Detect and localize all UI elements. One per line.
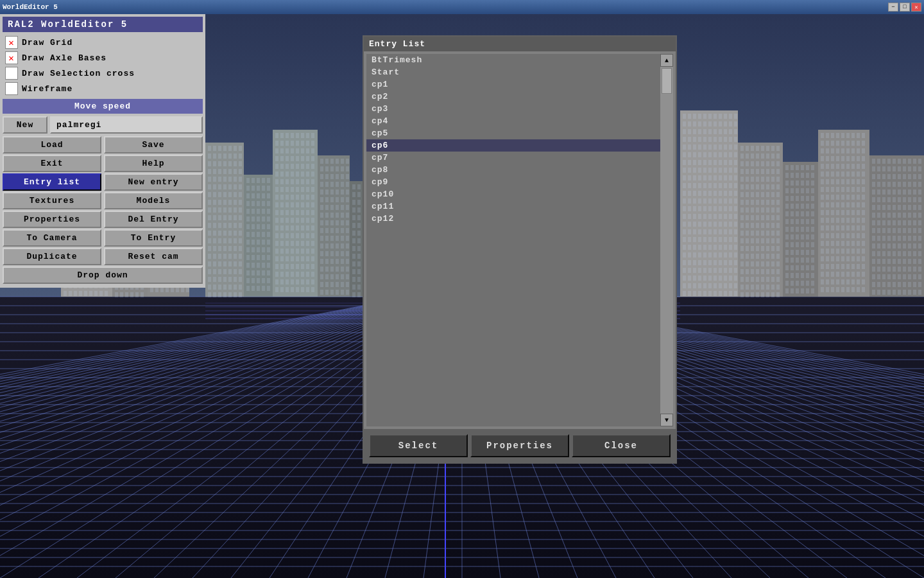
entry-scrollbar: ▲ ▼: [660, 54, 673, 426]
entry-list-button[interactable]: Entry list: [3, 173, 101, 191]
panel-title: RAL2 WorldEditor 5: [3, 17, 203, 32]
close-button[interactable]: Close: [572, 434, 671, 457]
exit-help-row: Exit Help: [3, 155, 203, 172]
new-button[interactable]: New: [3, 116, 47, 134]
load-button[interactable]: Load: [3, 136, 101, 153]
move-speed-bar: Move speed: [3, 99, 203, 114]
draw-axle-bases-checkbox[interactable]: ✕: [5, 51, 18, 64]
entry-item[interactable]: cp11: [366, 200, 660, 213]
wireframe-row: Wireframe: [3, 81, 203, 96]
entry-item[interactable]: cp5: [366, 127, 660, 139]
new-row: New palmregi: [3, 116, 203, 134]
to-entry-button[interactable]: To Entry: [104, 229, 203, 247]
dialog-properties-button[interactable]: Properties: [470, 434, 569, 457]
reset-cam-button[interactable]: Reset cam: [104, 248, 203, 265]
maximize-button[interactable]: □: [900, 3, 910, 12]
entry-item[interactable]: BtTrimesh: [366, 54, 660, 66]
draw-selection-cross-row: Draw Selection cross: [3, 66, 203, 81]
entry-list: BtTrimeshStartcp1cp2cp3cp4cp5cp6cp7cp8cp…: [366, 54, 660, 426]
duplicate-reset-cam-row: Duplicate Reset cam: [3, 248, 203, 265]
draw-axle-bases-label: Draw Axle Bases: [22, 53, 107, 63]
entry-item[interactable]: cp10: [366, 188, 660, 200]
entry-item[interactable]: cp7: [366, 152, 660, 164]
entry-item[interactable]: cp4: [366, 115, 660, 127]
titlebar-buttons: − □ ✕: [888, 3, 921, 12]
to-camera-to-entry-row: To Camera To Entry: [3, 229, 203, 247]
wireframe-label: Wireframe: [22, 84, 73, 94]
entry-item[interactable]: cp9: [366, 176, 660, 188]
titlebar-title: WorldEditor 5: [3, 3, 58, 11]
draw-axle-bases-row: ✕ Draw Axle Bases: [3, 50, 203, 66]
scroll-down-arrow[interactable]: ▼: [660, 414, 673, 426]
new-entry-button[interactable]: New entry: [104, 173, 203, 191]
entry-list-container: BtTrimeshStartcp1cp2cp3cp4cp5cp6cp7cp8cp…: [366, 54, 673, 426]
entry-list-new-entry-row: Entry list New entry: [3, 173, 203, 191]
entry-item[interactable]: cp12: [366, 213, 660, 225]
entry-item[interactable]: cp2: [366, 91, 660, 103]
entry-item[interactable]: cp6: [366, 139, 660, 152]
drop-down-row: Drop down: [3, 267, 203, 284]
entry-item[interactable]: cp3: [366, 103, 660, 115]
textures-models-row: Textures Models: [3, 192, 203, 209]
draw-grid-row: ✕ Draw Grid: [3, 35, 203, 50]
help-button[interactable]: Help: [104, 155, 203, 172]
scroll-up-arrow[interactable]: ▲: [660, 54, 673, 67]
left-panel: RAL2 WorldEditor 5 ✕ Draw Grid ✕ Draw Ax…: [0, 14, 205, 288]
to-camera-button[interactable]: To Camera: [3, 229, 101, 247]
drop-down-button[interactable]: Drop down: [3, 267, 203, 284]
wireframe-checkbox[interactable]: [5, 82, 18, 95]
minimize-button[interactable]: −: [888, 3, 898, 12]
entry-item[interactable]: cp8: [366, 164, 660, 176]
draw-selection-cross-checkbox[interactable]: [5, 67, 18, 80]
entry-item[interactable]: cp1: [366, 78, 660, 91]
draw-selection-cross-label: Draw Selection cross: [22, 69, 135, 78]
name-field[interactable]: palmregi: [50, 116, 203, 134]
draw-grid-checkbox[interactable]: ✕: [5, 36, 18, 49]
draw-grid-label: Draw Grid: [22, 38, 73, 48]
load-save-row: Load Save: [3, 136, 203, 153]
entry-item[interactable]: Start: [366, 66, 660, 78]
save-button[interactable]: Save: [104, 136, 203, 153]
duplicate-button[interactable]: Duplicate: [3, 248, 101, 265]
select-button[interactable]: Select: [369, 434, 468, 457]
scroll-thumb[interactable]: [662, 68, 672, 94]
titlebar: WorldEditor 5 − □ ✕: [0, 0, 924, 14]
textures-button[interactable]: Textures: [3, 192, 101, 209]
del-entry-button[interactable]: Del Entry: [104, 211, 203, 228]
entry-dialog-buttons: Select Properties Close: [364, 429, 676, 462]
close-button[interactable]: ✕: [911, 3, 921, 12]
entry-dialog-titlebar: Entry List: [364, 37, 676, 51]
entry-dialog: Entry List BtTrimeshStartcp1cp2cp3cp4cp5…: [363, 35, 677, 464]
properties-button[interactable]: Properties: [3, 211, 101, 228]
properties-del-entry-row: Properties Del Entry: [3, 211, 203, 228]
models-button[interactable]: Models: [104, 192, 203, 209]
exit-button[interactable]: Exit: [3, 155, 101, 172]
